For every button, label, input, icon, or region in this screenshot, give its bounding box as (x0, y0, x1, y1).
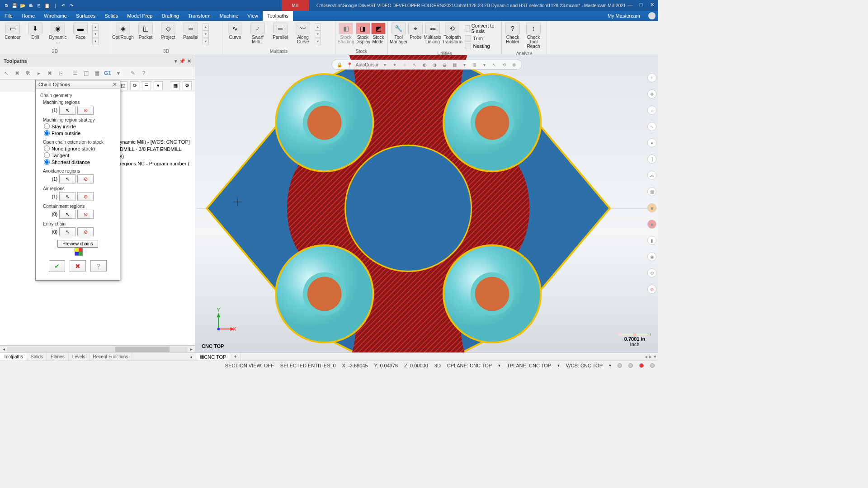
rb-dynamic[interactable]: ◉Dynamic ... (47, 22, 69, 45)
vt-11-icon[interactable]: ↖ (491, 61, 498, 68)
rb-face[interactable]: ▬Face (70, 22, 91, 41)
vt-drop-icon[interactable]: ▾ (381, 61, 388, 68)
tb-select-icon[interactable]: ↖ (2, 69, 11, 78)
radio-tangent[interactable]: Tangent (44, 152, 115, 158)
group-3d-expand[interactable]: ▴▾▾ (203, 22, 209, 47)
rt-curve-icon[interactable]: ∿ (647, 122, 656, 131)
containment-clear-button[interactable]: ⊘ (77, 210, 94, 219)
group-2d-expand[interactable]: ▴▾▾ (92, 22, 99, 47)
vt-2-icon[interactable]: ○ (401, 61, 408, 68)
rb-optirough[interactable]: ◈OptiRough (112, 22, 134, 41)
status-dot2-icon[interactable] (628, 363, 633, 368)
rb-check-holder[interactable]: ?Check Holder (504, 22, 522, 45)
btab-planes[interactable]: Planes (47, 353, 69, 361)
rt-gear-icon[interactable]: ⚙ (647, 268, 656, 277)
tb-layers-icon[interactable]: ☰ (71, 69, 80, 78)
rb-curve[interactable]: ∿Curve (224, 22, 246, 41)
rb-nesting[interactable]: Nesting (463, 42, 500, 50)
save-icon[interactable]: 💾 (11, 2, 18, 9)
menu-drafting[interactable]: Drafting (157, 11, 184, 21)
tb-help-icon[interactable]: ? (139, 69, 148, 78)
entry-select-button[interactable]: ↖ (59, 227, 75, 236)
redo-icon[interactable]: ↷ (68, 2, 75, 9)
viewport[interactable]: 🔒 📍 AutoCursor ▾ ✦ ○ ↖ ◐ ◑ ◒ ▦ ▾ ⊞ ▾ ↖ ⟲… (195, 55, 658, 352)
rt-move-icon[interactable]: ✥ (647, 89, 656, 99)
rb-swarf[interactable]: ⟋Swarf Milli... (247, 22, 269, 45)
close-button[interactable]: ✕ (647, 1, 656, 8)
tb-cube-icon[interactable]: ◫ (81, 69, 90, 78)
vt-9-icon[interactable]: ⊞ (471, 61, 478, 68)
status-cplane[interactable]: CPLANE: CNC TOP (447, 363, 492, 368)
btab-vp-marker[interactable]: ◂ (186, 353, 196, 361)
btab-recent[interactable]: Recent Functions (90, 353, 132, 361)
radio-shortest[interactable]: Shortest distance (44, 159, 115, 165)
vt-lock-icon[interactable]: 🔒 (336, 61, 343, 68)
vt-1-icon[interactable]: ✦ (391, 61, 398, 68)
rb-pocket[interactable]: ◫Pocket (135, 22, 156, 41)
machining-select-button[interactable]: ↖ (59, 106, 75, 115)
radio-from-outside[interactable]: From outside (44, 130, 115, 136)
rt-plus-icon[interactable]: + (647, 73, 656, 82)
color-picker-icon[interactable] (75, 248, 83, 256)
tb-x2-icon[interactable]: ✖ (45, 69, 54, 78)
btab-nav-left-icon[interactable]: ◂ (645, 354, 647, 360)
context-tab-mill[interactable]: Mill (282, 0, 309, 11)
scroll-thumb[interactable] (115, 347, 170, 352)
vt-3-icon[interactable]: ↖ (411, 61, 418, 68)
air-select-button[interactable]: ↖ (59, 192, 75, 201)
status-dot1-icon[interactable] (618, 363, 622, 368)
rt-bar-icon[interactable]: ▮ (647, 236, 656, 245)
rb-check-reach[interactable]: ↕Check Tool Reach (523, 22, 544, 50)
panel-menu-icon[interactable]: ▾ (175, 58, 177, 64)
menu-model-prep[interactable]: Model Prep (123, 11, 157, 21)
rt-link-icon[interactable]: ⫘ (647, 171, 656, 180)
vt-6-icon[interactable]: ◒ (441, 61, 448, 68)
vt-pin-icon[interactable]: 📍 (346, 61, 353, 68)
btab-add[interactable]: + (230, 353, 241, 361)
status-section[interactable]: SECTION VIEW: OFF (225, 363, 274, 368)
rt-swirl-icon[interactable]: ◉ (647, 252, 656, 261)
maximize-button[interactable]: □ (637, 1, 646, 8)
btab-cnc-top[interactable]: ▦ CNC TOP (196, 353, 230, 361)
copy-icon[interactable]: ⎘ (35, 2, 42, 9)
undo-icon[interactable]: ↶ (60, 2, 67, 9)
rt-sphere-icon[interactable]: ● (647, 138, 656, 147)
vt-8-icon[interactable]: ▾ (461, 61, 468, 68)
panel-hscroll[interactable]: ◂ ▸ (0, 345, 195, 352)
rb-tp-transform[interactable]: ⟲Toolpath Transform (442, 22, 462, 45)
vt-10-icon[interactable]: ▾ (481, 61, 488, 68)
tb-filter-icon[interactable]: ▼ (114, 69, 123, 78)
dialog-close-icon[interactable]: ✕ (113, 81, 117, 88)
menu-file[interactable]: File (0, 11, 17, 21)
tb2-e-icon[interactable]: ▦ (171, 81, 180, 90)
menu-solids[interactable]: Solids (100, 11, 123, 21)
rb-probe[interactable]: ⌖Probe (408, 22, 423, 41)
menu-toolpaths[interactable]: Toolpaths (263, 11, 293, 21)
entry-clear-button[interactable]: ⊘ (77, 227, 94, 236)
menu-machine[interactable]: Machine (215, 11, 243, 21)
btab-solids[interactable]: Solids (27, 353, 47, 361)
rb-along-curve[interactable]: 〰Along Curve (292, 22, 314, 45)
rb-contour[interactable]: ▭Contour (2, 22, 24, 41)
status-mode[interactable]: 3D (434, 363, 441, 368)
rt-no-icon[interactable]: ⊘ (647, 285, 656, 294)
vt-4-icon[interactable]: ◐ (421, 61, 428, 68)
panel-pin-icon[interactable]: 📌 (179, 58, 185, 64)
group-multi-expand[interactable]: ▴▾▾ (315, 22, 321, 47)
menu-transform[interactable]: Transform (184, 11, 215, 21)
tb-insert-icon[interactable]: ⎘ (56, 69, 65, 78)
vt-12-icon[interactable]: ⟲ (500, 61, 508, 68)
minimize-button[interactable]: — (626, 1, 635, 8)
scroll-right-icon[interactable]: ▸ (188, 347, 195, 352)
autocursor-label[interactable]: AutoCursor (356, 62, 379, 67)
panel-close-icon[interactable]: ✕ (187, 58, 191, 64)
rb-parallel-ma[interactable]: ═Parallel (269, 22, 291, 41)
rb-multi-link[interactable]: ⫘Multiaxis Linking (424, 22, 441, 45)
help-button[interactable]: ? (90, 260, 107, 272)
rb-convert-5axis[interactable]: Convert to 5-axis (463, 23, 500, 34)
tb2-c-icon[interactable]: ☰ (142, 81, 151, 90)
rb-parallel3d[interactable]: ═Parallel (180, 22, 202, 41)
tb-g1-icon[interactable]: G1 (103, 69, 112, 78)
tb-x-icon[interactable]: ✖ (13, 69, 22, 78)
preview-chains-button[interactable]: Preview chains (57, 240, 98, 248)
